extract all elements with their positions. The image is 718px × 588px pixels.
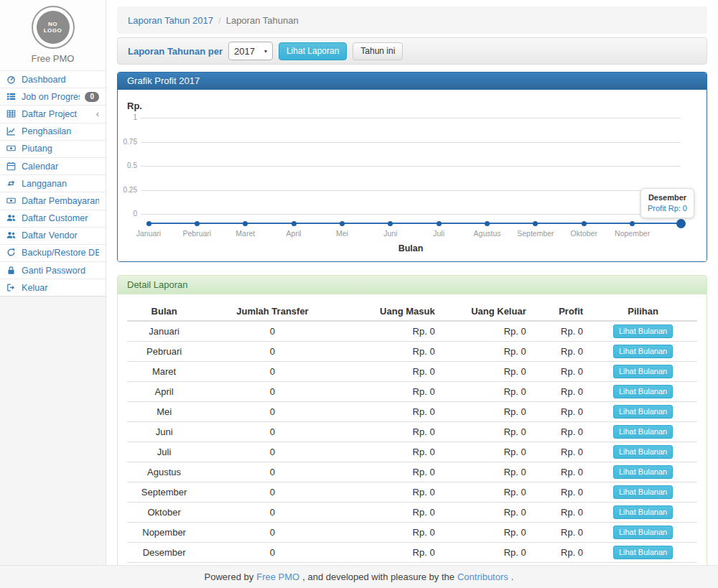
chart-tooltip: Desember Profit Rp: 0 <box>640 188 694 218</box>
cell: 0 <box>201 422 344 442</box>
sidebar-item-label: Dashboard <box>22 75 99 85</box>
sidebar: NO LOGO Free PMO DashboardJob on Progres… <box>0 0 106 565</box>
footer-link-free-pmo[interactable]: Free PMO <box>256 571 299 582</box>
breadcrumb-separator: / <box>218 15 221 26</box>
x-tick-label: Pebruari <box>171 229 223 238</box>
column-header-uang-keluar: Uang Keluar <box>441 302 532 321</box>
table-row-september: September0Rp. 0Rp. 0Rp. 0Lihat Bulanan <box>127 482 697 503</box>
cell: 0 <box>201 402 344 422</box>
lihat-bulanan-button[interactable]: Lihat Bulanan <box>613 405 673 419</box>
data-point-desember[interactable] <box>676 219 686 228</box>
sidebar-item-daftar-vendor[interactable]: Daftar Vendor <box>0 227 106 244</box>
gridline <box>141 142 681 143</box>
cell-action: Lihat Bulanan <box>589 362 697 382</box>
lock-icon <box>6 266 17 276</box>
breadcrumb-current: Laporan Tahunan <box>226 15 299 26</box>
sidebar-item-dashboard[interactable]: Dashboard <box>0 70 106 88</box>
lihat-bulanan-button[interactable]: Lihat Bulanan <box>613 345 673 358</box>
sidebar-item-label: Keluar <box>22 283 99 293</box>
data-point-agustus[interactable] <box>485 221 490 226</box>
lihat-bulanan-button[interactable]: Lihat Bulanan <box>613 425 673 439</box>
data-point-mei[interactable] <box>340 221 345 226</box>
sidebar-item-daftar-pembayaran[interactable]: Daftar Pembayaran <box>0 192 106 209</box>
table-row-desember: Desember0Rp. 0Rp. 0Rp. 0Lihat Bulanan <box>127 543 697 563</box>
table-row-januari: Januari0Rp. 0Rp. 0Rp. 0Lihat Bulanan <box>127 321 697 342</box>
lihat-bulanan-button[interactable]: Lihat Bulanan <box>613 385 673 398</box>
lihat-bulanan-button[interactable]: Lihat Bulanan <box>613 365 673 378</box>
sidebar-item-label: Calendar <box>22 162 99 172</box>
refresh-icon <box>6 248 17 258</box>
x-tick-label: September <box>510 229 561 238</box>
sidebar-card: NO LOGO Free PMO DashboardJob on Progres… <box>0 0 106 297</box>
table-row-pebruari: Pebruari0Rp. 0Rp. 0Rp. 0Lihat Bulanan <box>127 342 697 362</box>
table-icon <box>6 109 17 119</box>
cell: Rp. 0 <box>344 543 441 563</box>
table-row-mei: Mei0Rp. 0Rp. 0Rp. 0Lihat Bulanan <box>127 402 697 422</box>
detail-panel-title: Detail Laporan <box>118 276 707 294</box>
cell: Rp. 0 <box>532 422 589 442</box>
retweet-icon <box>6 179 17 189</box>
sidebar-item-label: Backup/Restore DB <box>22 248 99 258</box>
data-point-april[interactable] <box>292 221 297 226</box>
sidebar-item-langganan[interactable]: Langganan <box>0 174 106 192</box>
x-tick-label: Nopember <box>607 229 658 238</box>
sidebar-item-daftar-project[interactable]: Daftar Project‹ <box>0 105 106 122</box>
cell: Januari <box>127 321 201 342</box>
year-select[interactable]: 2017 ▾ <box>228 42 273 60</box>
data-point-pebruari[interactable] <box>195 221 200 226</box>
cell-action: Lihat Bulanan <box>589 442 697 462</box>
x-axis-title: Bulan <box>141 243 681 253</box>
cell: Nopember <box>127 523 201 543</box>
cell: Rp. 0 <box>441 442 532 462</box>
lihat-bulanan-button[interactable]: Lihat Bulanan <box>613 546 673 559</box>
cell: 0 <box>201 342 344 362</box>
y-tick-label: 1 <box>118 113 137 121</box>
data-point-maret[interactable] <box>243 221 248 226</box>
y-tick-label: 0.25 <box>118 186 137 194</box>
cell: Rp. 0 <box>532 321 589 342</box>
sidebar-item-label: Daftar Vendor <box>22 230 99 241</box>
money-icon <box>6 144 17 154</box>
logo-box: NO LOGO Free PMO <box>0 0 106 70</box>
lihat-bulanan-button[interactable]: Lihat Bulanan <box>613 445 673 459</box>
sidebar-item-calendar[interactable]: Calendar <box>0 157 106 174</box>
data-point-oktober[interactable] <box>582 221 587 226</box>
footer-link-contributors[interactable]: Contributors <box>457 571 508 582</box>
data-point-juni[interactable] <box>388 221 393 226</box>
table-row-nopember: Nopember0Rp. 0Rp. 0Rp. 0Lihat Bulanan <box>127 523 697 543</box>
data-point-juli[interactable] <box>437 221 442 226</box>
logo-ring: NO LOGO <box>32 6 75 49</box>
lihat-bulanan-button[interactable]: Lihat Bulanan <box>613 465 673 479</box>
data-point-januari[interactable] <box>146 221 151 226</box>
chevron-left-icon: ‹ <box>96 110 99 118</box>
sidebar-item-job-on-progress[interactable]: Job on Progress0 <box>0 88 106 105</box>
sidebar-item-piutang[interactable]: Piutang <box>0 140 106 157</box>
sidebar-item-ganti-password[interactable]: Ganti Password <box>0 261 106 279</box>
sidebar-item-keluar[interactable]: Keluar <box>0 279 106 296</box>
breadcrumb-link-laporan-tahun[interactable]: Laporan Tahun 2017 <box>128 15 213 26</box>
cell: Mei <box>127 402 201 422</box>
cell: April <box>127 382 201 402</box>
year-select-value: 2017 <box>234 46 255 57</box>
lihat-bulanan-button[interactable]: Lihat Bulanan <box>613 325 673 338</box>
data-point-nopember[interactable] <box>630 221 635 226</box>
cell: September <box>127 482 201 503</box>
cell: Rp. 0 <box>441 523 532 543</box>
cell: Rp. 0 <box>532 402 589 422</box>
cell: Rp. 0 <box>441 482 532 503</box>
sidebar-item-backup-restore-db[interactable]: Backup/Restore DB <box>0 244 106 261</box>
lihat-bulanan-button[interactable]: Lihat Bulanan <box>613 505 673 519</box>
cell: Rp. 0 <box>344 503 441 523</box>
lihat-bulanan-button[interactable]: Lihat Bulanan <box>613 526 673 539</box>
data-point-september[interactable] <box>533 221 538 226</box>
lihat-bulanan-button[interactable]: Lihat Bulanan <box>613 485 673 499</box>
cell: Rp. 0 <box>344 442 441 462</box>
x-tick-label: Juni <box>365 229 416 238</box>
page-footer: Powered by Free PMO, and developed with … <box>0 565 718 588</box>
lihat-laporan-button[interactable]: Lihat Laporan <box>279 42 347 60</box>
sidebar-item-penghasilan[interactable]: Penghasilan <box>0 123 106 140</box>
y-axis-title: Rp. <box>127 101 142 111</box>
tahun-ini-button[interactable]: Tahun ini <box>353 42 403 60</box>
tooltip-value: Profit Rp: 0 <box>648 203 687 214</box>
sidebar-item-daftar-customer[interactable]: Daftar Customer <box>0 210 106 227</box>
